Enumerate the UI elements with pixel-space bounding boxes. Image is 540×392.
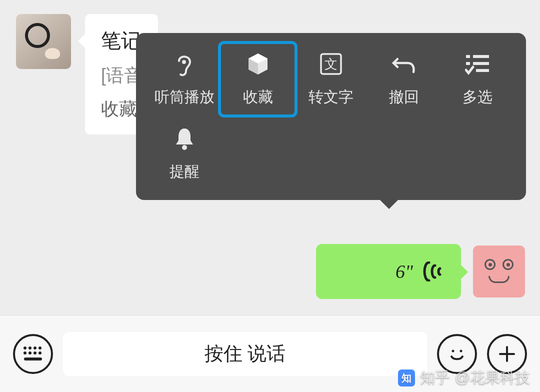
menu-label: 听筒播放 xyxy=(154,87,214,108)
input-bar: 按住 说话 xyxy=(0,315,540,392)
ear-icon xyxy=(174,51,195,77)
hold-to-talk-label: 按住 说话 xyxy=(204,341,286,366)
message-context-menu: 听筒播放 收藏 文 转文字 xyxy=(136,33,526,200)
bell-icon xyxy=(174,126,195,152)
svg-rect-7 xyxy=(476,69,489,72)
undo-icon xyxy=(392,51,416,77)
cartoon-face-icon xyxy=(482,259,516,284)
svg-rect-4 xyxy=(473,55,489,58)
menu-item-recall[interactable]: 撤回 xyxy=(368,51,440,108)
svg-text:文: 文 xyxy=(324,56,338,72)
svg-rect-3 xyxy=(466,55,470,58)
checklist-icon xyxy=(465,51,490,77)
svg-point-12 xyxy=(38,346,42,350)
voice-wave-icon xyxy=(421,262,443,282)
svg-point-8 xyxy=(182,145,187,150)
svg-point-19 xyxy=(460,350,462,352)
menu-label: 撤回 xyxy=(389,87,419,108)
voice-message-bubble[interactable]: 6" xyxy=(316,244,461,299)
menu-item-to-text[interactable]: 文 转文字 xyxy=(294,51,368,108)
menu-item-favorite[interactable]: 收藏 xyxy=(221,44,294,114)
svg-point-14 xyxy=(28,352,32,354)
hold-to-talk-button[interactable]: 按住 说话 xyxy=(63,332,427,376)
text-convert-icon: 文 xyxy=(319,51,343,77)
emoji-button[interactable] xyxy=(437,334,477,374)
outgoing-message: 6" xyxy=(316,244,525,299)
menu-label: 多选 xyxy=(462,87,492,108)
chat-area: 笔记 [语音 收藏 听筒播放 收藏 xyxy=(0,0,540,315)
menu-label: 提醒 xyxy=(170,162,200,182)
svg-point-16 xyxy=(38,352,42,354)
smile-icon xyxy=(446,342,468,366)
menu-label: 收藏 xyxy=(243,87,273,108)
svg-point-0 xyxy=(182,60,186,64)
plus-icon xyxy=(497,344,517,364)
menu-label: 转文字 xyxy=(308,87,354,108)
menu-item-remind[interactable]: 提醒 xyxy=(148,126,221,182)
svg-rect-17 xyxy=(24,358,42,360)
svg-point-13 xyxy=(24,352,26,354)
more-button[interactable] xyxy=(487,334,527,374)
menu-item-earpiece-play[interactable]: 听筒播放 xyxy=(148,51,221,108)
svg-point-9 xyxy=(24,346,26,350)
svg-point-11 xyxy=(34,346,36,350)
svg-point-18 xyxy=(452,350,454,352)
cube-icon xyxy=(246,51,270,77)
svg-rect-6 xyxy=(473,62,489,65)
svg-point-10 xyxy=(28,346,32,350)
svg-rect-5 xyxy=(466,62,470,65)
keyboard-icon xyxy=(22,346,44,362)
menu-item-multiselect[interactable]: 多选 xyxy=(441,51,514,108)
self-avatar[interactable] xyxy=(473,246,525,298)
voice-duration: 6" xyxy=(396,260,413,282)
keyboard-toggle-button[interactable] xyxy=(13,334,53,374)
svg-point-15 xyxy=(34,352,36,354)
contact-avatar[interactable] xyxy=(16,14,71,69)
